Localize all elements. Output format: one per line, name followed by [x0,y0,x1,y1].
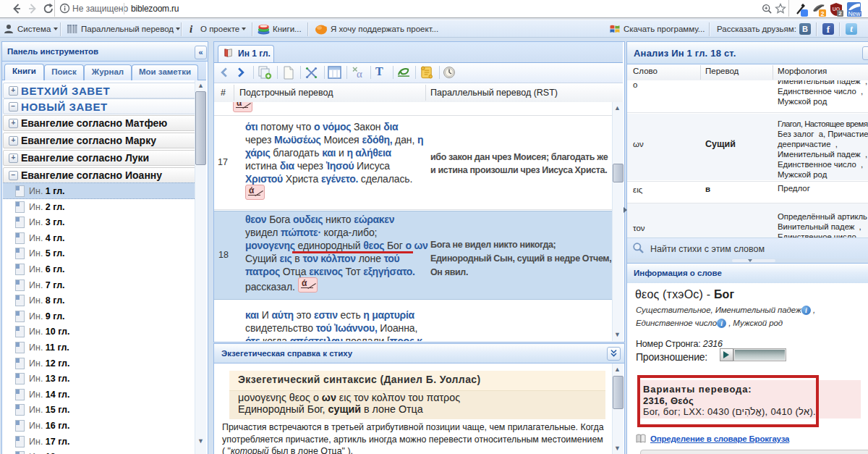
svg-text:2: 2 [838,10,842,17]
svg-text:New: New [848,10,861,17]
svg-text:2: 2 [821,10,825,17]
svg-text:α: α [357,68,362,80]
